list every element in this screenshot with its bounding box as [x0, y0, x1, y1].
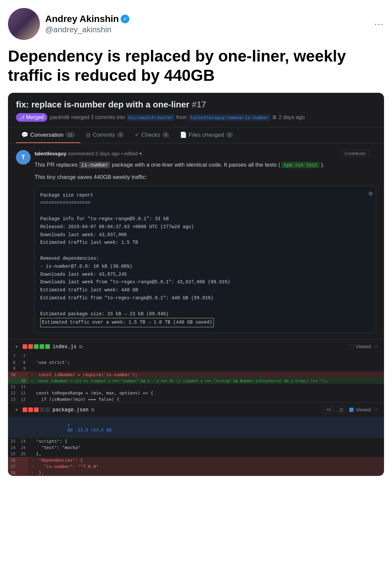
tab-checks[interactable]: ✓ Checks 0 — [129, 127, 175, 143]
line-num-old: 24 — [8, 444, 18, 451]
comment-meta-left: talentlessguy commented 2 days ago • edi… — [35, 151, 142, 157]
line-num-new: 13 — [18, 396, 28, 402]
line-num-new: 12 — [18, 390, 28, 396]
stat-gray-p2 — [45, 407, 50, 412]
pr-meta: ⎇ Merged paulmillr merged 3 commits into… — [16, 113, 376, 122]
conversation-icon: 💬 — [21, 131, 28, 138]
code-view-icon[interactable]: <> — [324, 406, 334, 413]
verified-badge: ✓ — [121, 15, 129, 23]
raw-icon[interactable]: ⊡ — [337, 406, 346, 413]
comment-more-icon[interactable]: ··· — [372, 151, 376, 157]
comment-text3: ). — [321, 162, 324, 168]
expand-up-icon[interactable]: ↑ — [67, 422, 70, 427]
copy-path-icon[interactable]: ⧉ — [79, 344, 82, 350]
pr-head-branch[interactable]: talentlessguy:remove-is-number — [189, 114, 271, 121]
comment-text2: package with a one-liner with identical … — [112, 162, 280, 168]
copy-path-pkg-icon[interactable]: ⧉ — [91, 407, 94, 413]
comment-code2: npm run test — [282, 162, 319, 168]
line-num-old: 9 — [8, 366, 18, 371]
copy-icon[interactable]: ⧉ — [369, 190, 372, 199]
package-report: ⧉ Package size report ==================… — [35, 186, 376, 333]
pr-base-branch[interactable]: micromatch:master — [127, 114, 175, 121]
tab-conversation-count: 21 — [65, 132, 75, 138]
tab-files-changed[interactable]: 📄 Files changed 2 — [175, 127, 238, 143]
tab-conversation[interactable]: 💬 Conversation 21 — [16, 127, 80, 143]
tweet-header: Andrey Akinshin ✓ @andrey_akinshin ··· — [8, 8, 384, 40]
stat-red-p3 — [34, 407, 39, 412]
tab-commits-label: Commits — [93, 132, 115, 138]
diff-pkg-info: ▾ package.json ⧉ — [13, 406, 94, 413]
diff-line-content: - "is-number": "^7.0.0" — [28, 463, 384, 470]
pr-tabs: 💬 Conversation 21 ◎ Commits 3 ✓ Checks 0… — [8, 127, 384, 143]
pkg-line-10: Estimated traffic last week: 440 GB — [40, 286, 370, 294]
tab-files-label: Files changed — [189, 132, 224, 138]
diff-line: 11 11 — [8, 384, 384, 390]
commenter-name: talentlessguy commented 2 days ago • edi… — [35, 151, 142, 157]
stat-gray-p1 — [40, 407, 44, 412]
stat-red-1 — [23, 344, 27, 349]
more-diff-icon[interactable]: ··· — [374, 344, 379, 350]
pkg-report-sep: ================== — [40, 199, 370, 207]
line-num-old: 12 — [8, 390, 18, 396]
diff-index-actions: Viewed ··· — [349, 344, 379, 350]
pkg-line-5 — [40, 247, 370, 255]
viewed-checkbox-index[interactable]: Viewed — [349, 344, 371, 349]
diff-line: 23 23 "scripts": { — [8, 438, 384, 444]
pr-meta-text: paulmillr merged 3 commits into micromat… — [50, 114, 305, 120]
comment-meta-right: Contributor ··· — [341, 150, 376, 157]
comment-section: T talentlessguy commented 2 days ago • e… — [8, 143, 384, 340]
expand-diff-pkg[interactable]: ▾ — [13, 406, 20, 413]
line-num-old: 10 — [8, 371, 18, 378]
diff-line: 24 24 "test": "mocha" — [8, 444, 384, 451]
tweet-container: Andrey Akinshin ✓ @andrey_akinshin ··· D… — [0, 0, 392, 476]
commenter-username: talentlessguy — [35, 151, 66, 156]
comment-header: talentlessguy commented 2 days ago • edi… — [35, 150, 376, 157]
line-num-old: 8 — [8, 359, 18, 366]
more-pkg-diff-icon[interactable]: ··· — [374, 407, 379, 413]
tab-files-count: 2 — [226, 132, 233, 138]
diff-hunk-row: ↑ @@ -23,9 +23,6 @@ — [8, 417, 384, 438]
line-num-old: 7 — [8, 353, 18, 359]
stat-green-1 — [34, 344, 39, 349]
line-num-old — [8, 378, 18, 384]
diff-package-json: ▾ package.json ⧉ <> ⊡ — [8, 402, 384, 476]
line-num-new: 7 — [18, 353, 28, 359]
pkg-line-4: Estimated traffic last week: 1.5 TB — [40, 239, 370, 247]
viewed-label-index: Viewed — [356, 344, 371, 349]
hunk-content: ↑ @@ -23,9 +23,6 @@ — [28, 417, 384, 438]
diff-line-content: if (isNumber(min) === false) { — [28, 396, 384, 402]
author-handle: @andrey_akinshin — [45, 25, 129, 34]
tweet-text: Dependency is replaced by one-liner, wee… — [8, 47, 384, 85]
comment-text-1: This PR replaces is-number package with … — [35, 160, 376, 169]
line-num-new: 23 — [18, 438, 28, 444]
line-num-new: 9 — [18, 366, 28, 371]
diff-line-content: }, — [28, 451, 384, 457]
pr-time: 2 days ago — [279, 114, 305, 120]
diff-pkg-table: ↑ @@ -23,9 +23,6 @@ 23 23 "scripts": { 2… — [8, 417, 384, 476]
comment-row: T talentlessguy commented 2 days ago • e… — [16, 150, 376, 333]
checkbox-checked-icon — [349, 407, 354, 412]
stat-red-p1 — [23, 407, 27, 412]
diff-line: 12 12 const toRegexRange = (min, max, op… — [8, 390, 384, 396]
commenter-avatar: T — [16, 150, 31, 165]
avatar — [8, 8, 40, 40]
checkbox-icon — [349, 344, 354, 349]
line-num-old: 25 — [8, 451, 18, 457]
pkg-line-8: Downloads last week: 43,875,245 — [40, 271, 370, 279]
tab-conversation-label: Conversation — [30, 132, 64, 138]
pr-status: Merged — [26, 114, 44, 120]
diff-stats-pkg — [23, 407, 50, 412]
expand-diff-index[interactable]: ▾ — [13, 343, 20, 350]
more-options-button[interactable]: ··· — [374, 19, 384, 29]
comment-text1: This PR replaces — [35, 162, 77, 168]
stat-red-2 — [28, 344, 33, 349]
line-num-new: 10 — [18, 378, 28, 384]
diff-line-content — [28, 353, 384, 359]
diff-line-content: - }, — [28, 470, 384, 476]
tab-commits[interactable]: ◎ Commits 3 — [80, 127, 129, 143]
viewed-checkbox-pkg[interactable]: Viewed — [349, 407, 371, 412]
viewed-label-pkg: Viewed — [356, 407, 371, 412]
diff-line-removed: 26 - "dependencies": { — [8, 457, 384, 463]
line-num-new: 25 — [18, 451, 28, 457]
pkg-line-3: Downloads last week: 43,837,006 — [40, 231, 370, 239]
